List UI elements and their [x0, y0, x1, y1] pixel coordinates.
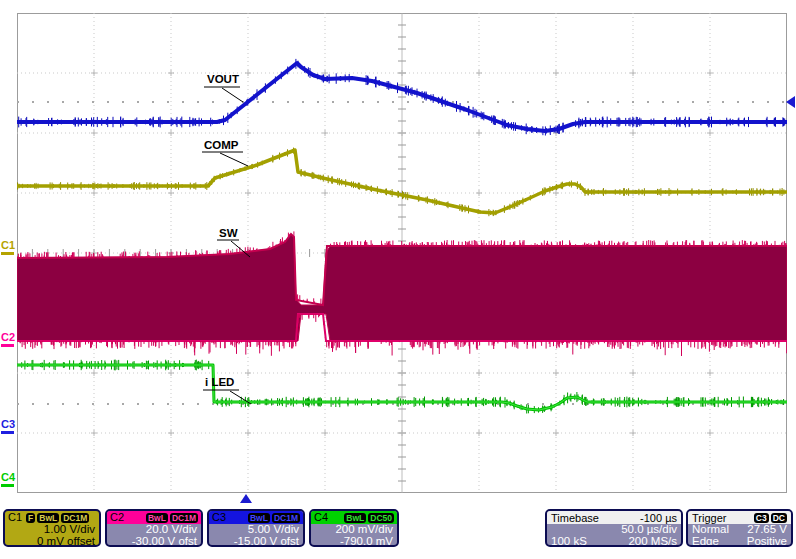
timebase-box[interactable]: Timebase -100 µs 50.0 µs/div 100 kS 200 …	[545, 509, 683, 547]
trigger-mode: Normal	[692, 524, 729, 536]
trigger-box[interactable]: Trigger C3 DC Normal 27.65 V Edge Positi…	[686, 509, 793, 547]
oscilloscope-screen: VOUTCOMPSWi LED C1C2C3C4 C1 F BwL DC1M 1…	[0, 0, 796, 559]
channel-id: C2	[110, 511, 124, 524]
function-badge: F	[26, 513, 35, 523]
zero-marker-c4[interactable]: C4	[1, 472, 15, 487]
zero-marker-label: C1	[1, 239, 15, 251]
channel-box-c1[interactable]: C1 F BwL DC1M 1.00 V/div 0 mV offset	[3, 509, 101, 547]
channel-id: C1	[8, 511, 22, 524]
coupling-badge: DC50	[368, 513, 394, 523]
channel-id: C4	[314, 511, 328, 524]
channel-offset: -790.0 mV	[311, 536, 397, 548]
channel-offset: 0 mV offset	[5, 536, 99, 548]
timebase-title: Timebase	[551, 512, 599, 524]
channel-scale: 5.00 V/div	[209, 524, 303, 536]
bwl-badge: BwL	[344, 513, 366, 523]
trigger-level-arrow[interactable]	[786, 96, 795, 108]
zero-marker-label: C2	[1, 331, 15, 343]
trigger-slope: Positive	[747, 536, 787, 548]
channel-id: C3	[212, 511, 226, 524]
timebase-samples: 100 kS	[551, 536, 587, 548]
bwl-badge: BwL	[248, 513, 270, 523]
channel-box-c2[interactable]: C2 BwL DC1M 20.0 V/div -30.00 V ofst	[105, 509, 203, 547]
timebase-delay: -100 µs	[640, 512, 677, 524]
trace-label-led: i LED	[205, 376, 234, 388]
trigger-row-2: Edge Positive	[688, 536, 791, 548]
trigger-level: 27.65 V	[747, 524, 787, 536]
bwl-badge: BwL	[146, 513, 168, 523]
channel-offset: -30.00 V ofst	[107, 536, 201, 548]
channel-scale: 1.00 V/div	[5, 524, 99, 536]
trigger-row-1: Normal 27.65 V	[688, 524, 791, 536]
trace-label-vout: VOUT	[207, 73, 239, 85]
zero-marker-label: C3	[1, 418, 15, 430]
timebase-scale: 50.0 µs/div	[547, 524, 681, 536]
trace-label-comp: COMP	[204, 139, 239, 151]
channel-scale: 200 mV/div	[311, 524, 397, 536]
zero-marker-c1[interactable]: C1	[1, 240, 15, 255]
timebase-rate: 200 MS/s	[628, 536, 677, 548]
graticule: VOUTCOMPSWi LED	[17, 13, 787, 493]
coupling-badge: DC1M	[61, 513, 89, 523]
coupling-badge: DC1M	[170, 513, 198, 523]
trigger-type: Edge	[692, 536, 719, 548]
zero-marker-label: C4	[1, 471, 15, 483]
trigger-coupling-badge: DC	[771, 513, 787, 523]
trigger-title: Trigger	[692, 512, 726, 524]
trigger-source-badge: C3	[754, 513, 769, 523]
trace-label-sw: SW	[219, 227, 238, 239]
zero-marker-c2[interactable]: C2	[1, 332, 15, 347]
channel-box-c3[interactable]: C3 BwL DC1M 5.00 V/div -15.00 V ofst	[207, 509, 305, 547]
channel-scale: 20.0 V/div	[107, 524, 201, 536]
timebase-sampling: 100 kS 200 MS/s	[547, 536, 681, 548]
bwl-badge: BwL	[37, 513, 59, 523]
coupling-badge: DC1M	[272, 513, 300, 523]
channel-box-c4[interactable]: C4 BwL DC50 200 mV/div -790.0 mV	[309, 509, 399, 547]
trigger-position-arrow[interactable]	[240, 494, 252, 503]
channel-offset: -15.00 V ofst	[209, 536, 303, 548]
zero-marker-c3[interactable]: C3	[1, 419, 15, 434]
